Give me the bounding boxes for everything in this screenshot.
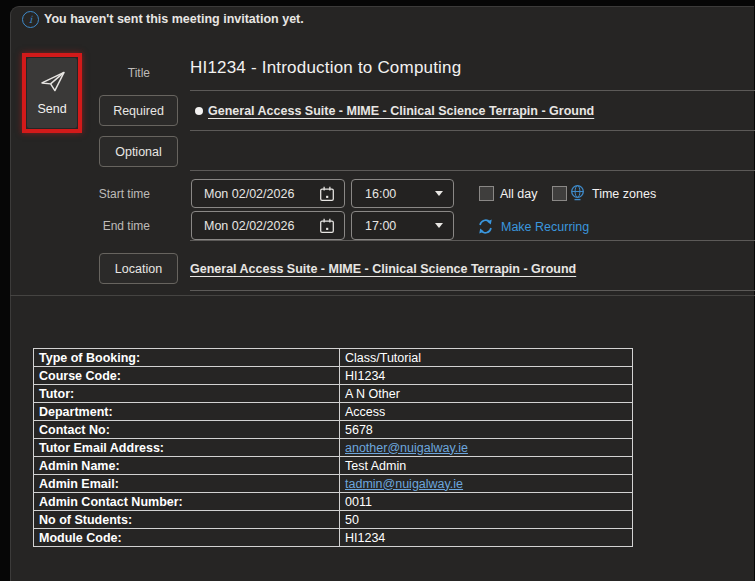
divider-under-title — [190, 90, 755, 91]
calendar-icon — [318, 217, 336, 235]
required-attendees-button[interactable]: Required — [99, 95, 178, 126]
attendee-status-bullet — [195, 107, 203, 115]
red-highlight-annotation — [22, 53, 82, 133]
divider-under-location — [190, 290, 755, 291]
end-time-label: End time — [84, 219, 150, 233]
chevron-down-icon — [435, 223, 443, 228]
divider-under-endtime — [190, 240, 755, 241]
booking-field-label: No of Students: — [34, 511, 340, 529]
start-time-value: 16:00 — [365, 187, 435, 201]
booking-field-value: Test Admin — [340, 457, 633, 475]
booking-field-label: Department: — [34, 403, 340, 421]
booking-field-value[interactable]: tadmin@nuigalway.ie — [340, 475, 633, 493]
booking-field-value: 50 — [340, 511, 633, 529]
booking-field-value: HI1234 — [340, 529, 633, 547]
table-row: Contact No:5678 — [34, 421, 633, 439]
required-attendee-link[interactable]: General Access Suite - MIME - Clinical S… — [208, 104, 594, 118]
location-button[interactable]: Location — [99, 253, 178, 284]
start-time-dropdown[interactable]: 16:00 — [351, 179, 454, 208]
table-row: Type of Booking:Class/Tutorial — [34, 349, 633, 367]
booking-field-label: Contact No: — [34, 421, 340, 439]
time-zones-checkbox[interactable] — [552, 186, 567, 201]
make-recurring-link[interactable]: Make Recurring — [477, 218, 589, 235]
booking-field-value: 0011 — [340, 493, 633, 511]
end-date-value: Mon 02/02/2026 — [204, 219, 318, 233]
email-link[interactable]: another@nuigalway.ie — [345, 441, 468, 455]
divider-under-required — [190, 130, 755, 131]
location-link[interactable]: General Access Suite - MIME - Clinical S… — [190, 262, 576, 276]
title-label: Title — [84, 66, 150, 80]
start-date-input[interactable]: Mon 02/02/2026 — [191, 179, 345, 208]
booking-field-label: Admin Name: — [34, 457, 340, 475]
sync-arrows-icon — [477, 218, 494, 235]
start-date-value: Mon 02/02/2026 — [204, 187, 318, 201]
section-separator — [10, 295, 755, 296]
table-row: Admin Name:Test Admin — [34, 457, 633, 475]
booking-field-value: Class/Tutorial — [340, 349, 633, 367]
divider-under-optional — [190, 170, 755, 171]
all-day-label: All day — [500, 187, 538, 201]
email-link[interactable]: tadmin@nuigalway.ie — [345, 477, 463, 491]
calendar-icon — [318, 185, 336, 203]
time-zones-label: Time zones — [592, 187, 656, 201]
booking-field-value: A N Other — [340, 385, 633, 403]
booking-field-value[interactable]: another@nuigalway.ie — [340, 439, 633, 457]
table-row: Admin Email:tadmin@nuigalway.ie — [34, 475, 633, 493]
booking-field-label: Admin Email: — [34, 475, 340, 493]
booking-field-value: 5678 — [340, 421, 633, 439]
table-row: Module Code:HI1234 — [34, 529, 633, 547]
booking-details-table: Type of Booking:Class/TutorialCourse Cod… — [33, 348, 633, 547]
table-row: Department:Access — [34, 403, 633, 421]
start-time-label: Start time — [84, 187, 150, 201]
booking-field-label: Course Code: — [34, 367, 340, 385]
table-row: Course Code:HI1234 — [34, 367, 633, 385]
end-time-dropdown[interactable]: 17:00 — [351, 211, 454, 240]
booking-field-value: HI1234 — [340, 367, 633, 385]
all-day-checkbox[interactable] — [479, 186, 494, 201]
optional-attendees-button[interactable]: Optional — [99, 136, 178, 167]
booking-field-value: Access — [340, 403, 633, 421]
table-row: Tutor:A N Other — [34, 385, 633, 403]
globe-icon — [569, 184, 586, 201]
booking-field-label: Tutor: — [34, 385, 340, 403]
booking-field-label: Module Code: — [34, 529, 340, 547]
info-icon: i — [22, 11, 39, 28]
meeting-title-field[interactable]: HI1234 - Introduction to Computing — [190, 58, 461, 78]
end-time-value: 17:00 — [365, 219, 435, 233]
unsent-invitation-notice: You haven't sent this meeting invitation… — [44, 12, 304, 26]
end-date-input[interactable]: Mon 02/02/2026 — [191, 211, 345, 240]
chevron-down-icon — [435, 191, 443, 196]
table-row: No of Students:50 — [34, 511, 633, 529]
booking-field-label: Tutor Email Address: — [34, 439, 340, 457]
booking-field-label: Admin Contact Number: — [34, 493, 340, 511]
make-recurring-label: Make Recurring — [501, 220, 589, 234]
booking-field-label: Type of Booking: — [34, 349, 340, 367]
table-row: Tutor Email Address:another@nuigalway.ie — [34, 439, 633, 457]
table-row: Admin Contact Number:0011 — [34, 493, 633, 511]
